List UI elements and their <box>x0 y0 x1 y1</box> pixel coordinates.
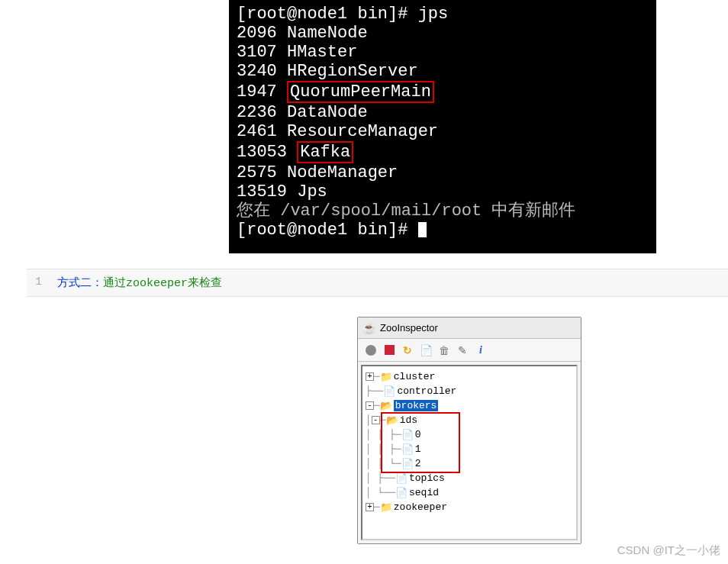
jps-line: 2575 NodeManager <box>237 163 398 182</box>
edit-button[interactable]: ✎ <box>456 343 469 357</box>
tree-node-id0[interactable]: │ │ ├─📄0 <box>366 427 573 442</box>
jps-line: 13053 Kafka <box>237 143 353 162</box>
tree-node-brokers[interactable]: -─📂brokers <box>366 398 573 413</box>
add-node-button[interactable]: 📄 <box>419 343 433 357</box>
highlight-quorum: QuorumPeerMain <box>287 81 434 103</box>
tree-node-topics[interactable]: │ ├──📄topics <box>366 471 573 485</box>
selected-brokers: brokers <box>394 400 439 411</box>
jps-line: 2096 NameNode <box>237 24 368 43</box>
jps-line: 2236 DataNode <box>237 103 368 122</box>
jps-line: 2461 ResourceManager <box>237 122 438 141</box>
jps-line: 3107 HMaster <box>237 43 357 62</box>
code-green: 通过zookeeper来检查 <box>103 277 222 290</box>
delete-node-button[interactable]: 🗑 <box>437 343 451 357</box>
jps-line: 13519 Jps <box>237 182 327 201</box>
terminal-cursor <box>418 222 427 237</box>
connect-button[interactable] <box>364 343 378 357</box>
mail-notice: 您在 /var/spool/mail/root 中有新邮件 <box>237 201 575 221</box>
info-button[interactable]: i <box>474 343 488 357</box>
stop-button[interactable] <box>382 343 396 357</box>
code-blue: 方式二： <box>57 277 103 290</box>
tree-node-controller[interactable]: ├──📄controller <box>366 384 573 398</box>
java-icon: ☕ <box>362 322 375 334</box>
tree-node-id1[interactable]: │ │ ├─📄1 <box>366 442 573 456</box>
tree-node-ids[interactable]: │ -─📂ids <box>366 413 573 427</box>
jps-line: 1947 QuorumPeerMain <box>237 82 434 102</box>
line-number: 1 <box>27 276 50 290</box>
zoo-toolbar: ↻ 📄 🗑 ✎ i <box>358 339 581 362</box>
jps-line: 3240 HRegionServer <box>237 62 418 81</box>
zoo-tree[interactable]: +─📁cluster ├──📄controller -─📂brokers │ -… <box>361 365 578 540</box>
prompt-2: [root@node1 bin]# <box>237 221 418 240</box>
tree-node-zookeeper[interactable]: +─📁zookeeper <box>366 500 573 514</box>
command: jps <box>418 5 449 24</box>
code-line: 方式二：通过zookeeper来检查 <box>50 276 222 290</box>
code-block: 1 方式二：通过zookeeper来检查 <box>27 269 728 297</box>
prompt: [root@node1 bin]# <box>237 5 418 24</box>
tree-node-id2[interactable]: │ │ └─📄2 <box>366 456 573 471</box>
refresh-button[interactable]: ↻ <box>401 343 414 357</box>
zoo-title: ZooInspector <box>380 322 438 334</box>
highlight-kafka: Kafka <box>297 141 353 163</box>
tree-node-cluster[interactable]: +─📁cluster <box>366 369 573 384</box>
zooinspector-window: ☕ ZooInspector ↻ 📄 🗑 ✎ i +─📁cluster ├──📄… <box>357 317 581 544</box>
tree-node-seqid[interactable]: │ └──📄seqid <box>366 485 573 500</box>
watermark: CSDN @IT之一小佬 <box>617 543 720 558</box>
terminal-window: [root@node1 bin]# jps 2096 NameNode 3107… <box>229 0 656 253</box>
zoo-titlebar: ☕ ZooInspector <box>358 317 581 339</box>
